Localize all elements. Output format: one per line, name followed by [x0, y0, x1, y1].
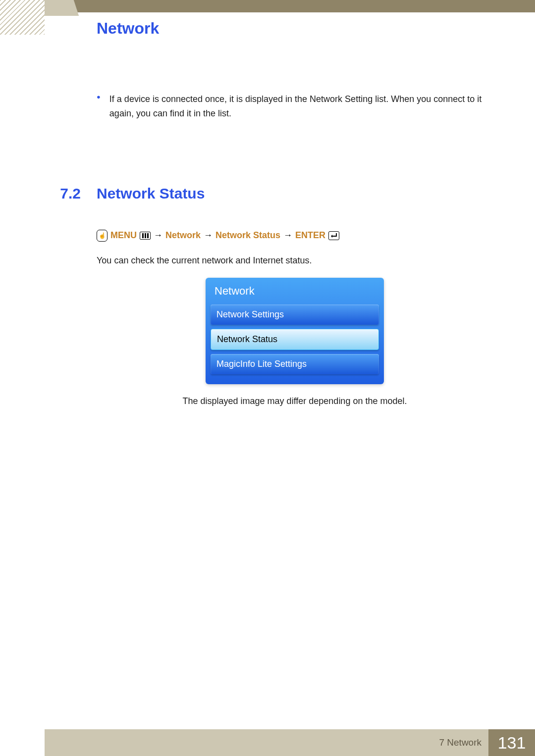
osd-item[interactable]: MagicInfo Lite Settings: [211, 354, 379, 374]
top-corner-tab: [45, 0, 72, 16]
path-arrow-1: →: [154, 230, 162, 241]
osd-item[interactable]: Network Status: [211, 329, 379, 350]
footer-bar: 7 Network 131: [45, 729, 535, 756]
enter-icon: [328, 231, 339, 240]
menu-icon: [140, 232, 151, 240]
section-description: You can check the current network and In…: [97, 255, 493, 266]
path-arrow-3: →: [283, 230, 292, 241]
section-7-2: 7.2 Network Status ☝ MENU → Network → Ne…: [97, 185, 493, 406]
path-menu: MENU: [110, 230, 137, 241]
footer-page-number: 131: [488, 729, 535, 756]
page-content: ● If a device is connected once, it is d…: [97, 74, 493, 406]
bullet-text: If a device is connected once, it is dis…: [109, 92, 493, 121]
path-enter: ENTER: [295, 230, 325, 241]
model-note: The displayed image may differ depending…: [97, 396, 493, 406]
path-network: Network: [165, 230, 201, 241]
top-bar: [45, 0, 535, 12]
osd-panel: Network Network SettingsNetwork StatusMa…: [206, 278, 384, 384]
section-heading: Network Status: [97, 185, 205, 202]
path-arrow-2: →: [204, 230, 213, 241]
corner-hatch-decoration: [0, 0, 45, 35]
section-number: 7.2: [54, 185, 81, 202]
path-network-status: Network Status: [215, 230, 280, 241]
menu-path: ☝ MENU → Network → Network Status → ENTE…: [97, 230, 493, 242]
chapter-title: Network: [97, 19, 159, 38]
remote-icon: ☝: [97, 230, 107, 242]
bullet-item: ● If a device is connected once, it is d…: [97, 92, 493, 121]
osd-item[interactable]: Network Settings: [211, 304, 379, 325]
footer-chapter: 7 Network: [439, 737, 482, 748]
osd-title: Network: [211, 278, 379, 304]
bullet-icon: ●: [97, 92, 101, 121]
